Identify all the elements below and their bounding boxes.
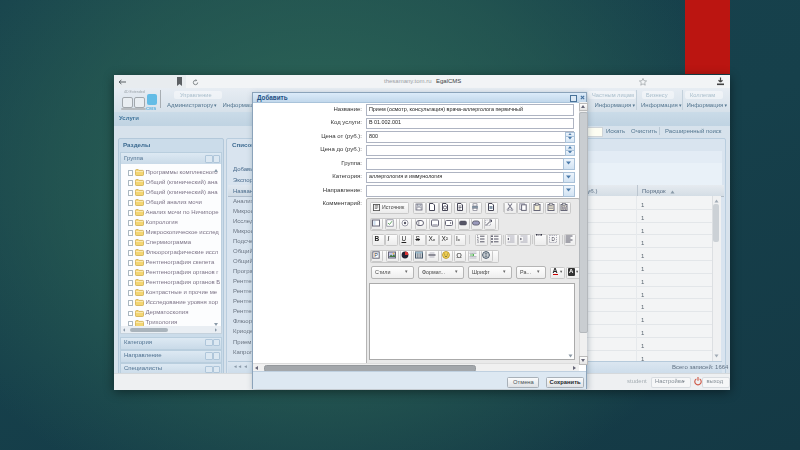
svg-text:D: D	[551, 237, 555, 242]
svg-text:P: P	[374, 252, 378, 258]
svg-text:3: 3	[477, 240, 479, 243]
svg-text:Ω: Ω	[456, 251, 462, 259]
svg-text:W: W	[562, 204, 567, 210]
